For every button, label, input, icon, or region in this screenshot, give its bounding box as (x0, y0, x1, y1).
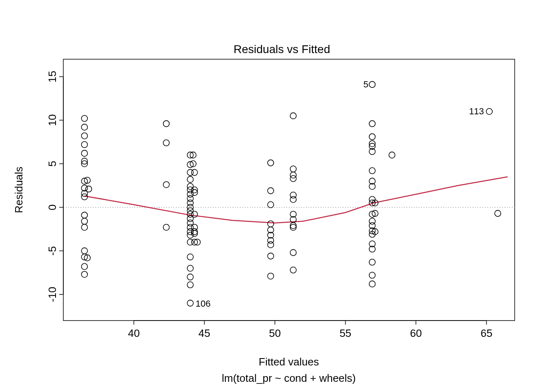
svg-point-33 (187, 183, 193, 189)
y-axis-ticks: -10-5051015 (46, 71, 63, 302)
svg-point-103 (369, 259, 375, 265)
x-axis-ticks: 404550556065 (128, 321, 492, 339)
svg-point-59 (187, 300, 193, 306)
svg-text:10: 10 (46, 114, 58, 126)
svg-point-69 (268, 273, 274, 279)
svg-text:50: 50 (269, 327, 281, 339)
svg-point-68 (268, 253, 274, 259)
svg-point-81 (290, 267, 296, 273)
svg-point-16 (81, 224, 87, 230)
svg-point-62 (268, 202, 274, 208)
svg-point-58 (187, 282, 193, 288)
scatter-points (81, 81, 501, 306)
svg-point-61 (268, 188, 274, 194)
svg-point-104 (369, 272, 375, 278)
svg-point-70 (290, 113, 296, 119)
svg-text:65: 65 (480, 327, 492, 339)
chart-title: Residuals vs Fitted (234, 43, 330, 56)
plot-panel (63, 59, 515, 321)
svg-point-63 (268, 221, 274, 227)
svg-text:45: 45 (199, 327, 210, 339)
svg-point-83 (369, 120, 375, 127)
svg-point-14 (81, 212, 87, 218)
svg-point-88 (369, 168, 375, 174)
svg-text:5: 5 (46, 161, 58, 167)
chart-subtitle: lm(total_pr ~ cond + wheels) (222, 372, 356, 384)
svg-point-82 (369, 81, 375, 87)
svg-text:113: 113 (469, 106, 484, 116)
svg-point-73 (290, 176, 296, 182)
svg-point-21 (81, 271, 87, 277)
svg-point-41 (187, 208, 193, 214)
svg-point-107 (486, 109, 492, 115)
svg-point-106 (389, 152, 395, 158)
svg-point-40 (187, 204, 193, 210)
svg-point-22 (163, 120, 170, 127)
svg-point-72 (290, 172, 296, 178)
svg-text:-5: -5 (46, 246, 58, 256)
svg-point-5 (81, 150, 87, 156)
svg-point-105 (369, 281, 375, 287)
residuals-vs-fitted-chart: Residuals vs Fitted 5113106 404550556065… (0, 0, 549, 392)
svg-point-3 (81, 133, 87, 139)
x-axis-label: Fitted values (259, 356, 319, 368)
svg-point-23 (163, 140, 170, 146)
svg-point-2 (81, 124, 87, 130)
svg-text:55: 55 (339, 327, 351, 339)
svg-point-56 (187, 265, 193, 272)
svg-point-84 (369, 134, 375, 140)
svg-point-60 (268, 160, 274, 166)
svg-text:106: 106 (196, 298, 211, 309)
svg-point-4 (81, 142, 87, 148)
svg-point-31 (192, 169, 198, 176)
svg-text:0: 0 (46, 204, 58, 210)
svg-text:40: 40 (128, 327, 140, 339)
svg-text:60: 60 (410, 327, 422, 339)
y-axis-label: Residuals (13, 167, 25, 213)
svg-text:-10: -10 (46, 287, 58, 302)
svg-point-55 (187, 254, 193, 260)
svg-point-67 (268, 242, 274, 248)
svg-point-20 (81, 263, 87, 270)
svg-point-24 (163, 182, 170, 188)
svg-text:15: 15 (46, 71, 58, 82)
point-annotations: 5113106 (196, 79, 484, 309)
svg-point-32 (187, 176, 193, 183)
svg-point-1 (81, 116, 87, 122)
svg-point-50 (187, 232, 193, 238)
svg-point-25 (163, 224, 170, 230)
svg-point-80 (290, 249, 296, 256)
svg-point-75 (290, 196, 296, 203)
svg-point-15 (81, 218, 87, 224)
svg-point-57 (187, 274, 193, 280)
svg-point-17 (81, 248, 87, 254)
svg-text:5: 5 (363, 79, 368, 89)
svg-point-71 (290, 166, 296, 172)
svg-point-108 (495, 210, 501, 216)
